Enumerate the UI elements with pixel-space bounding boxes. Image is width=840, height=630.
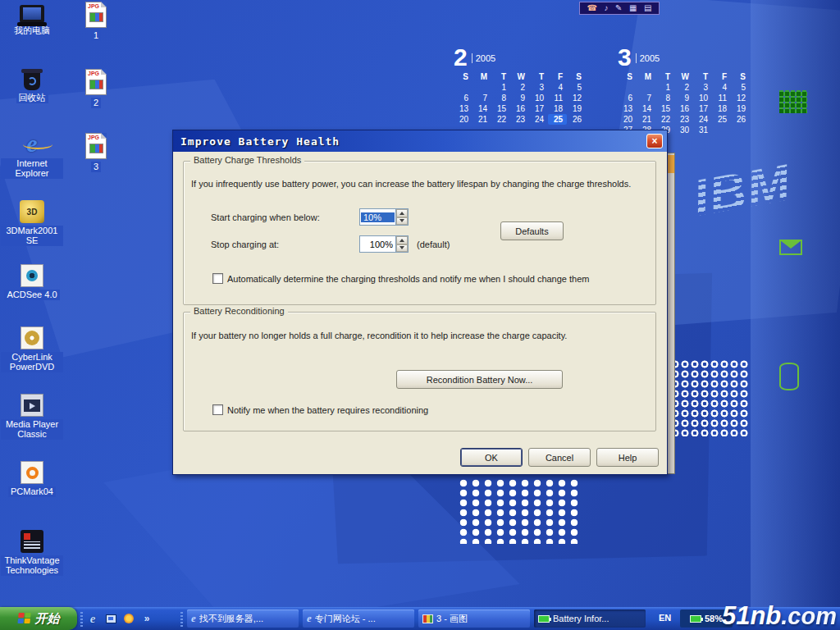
desktop-icon-media-player-classic[interactable]: Media Player Classic: [0, 394, 64, 440]
jpg-file-icon: JPG: [85, 133, 107, 159]
desktop-icon-internet-explorer[interactable]: e Internet Explorer: [0, 131, 64, 179]
desktop-icon-jpg-2[interactable]: JPG 2: [64, 69, 128, 108]
acdsee-icon: [21, 264, 43, 287]
calendar-date: 2: [674, 82, 693, 93]
calendar-date: 12: [567, 93, 586, 103]
language-indicator[interactable]: EN: [659, 613, 671, 623]
51nb-watermark: 51nb.com: [722, 601, 837, 630]
desktop-icon-label: CyberLink PowerDVD: [1, 352, 63, 372]
taskbar-task-server-not-found[interactable]: e 找不到服务器,...: [187, 609, 299, 628]
desktop-icon: [106, 614, 116, 623]
calendar-date: 6: [454, 93, 472, 103]
taskbar: 开始 e » e 找不到服务器,... e 专门网论坛 - ... 3 - 画图…: [0, 607, 840, 630]
calendar-grid: SMTWTFS123456789101112131415161718192021…: [618, 71, 750, 135]
desktop-icon-jpg-3[interactable]: JPG 3: [64, 133, 128, 172]
calendar-day-header: S: [454, 71, 472, 82]
calendar-day-header: S: [567, 71, 586, 82]
auto-determine-checkbox[interactable]: [212, 273, 223, 284]
pcmark04-icon: [21, 461, 43, 484]
calendar-date: 21: [637, 114, 655, 125]
calendar-date: 7: [637, 93, 655, 103]
calendar-date: 3: [529, 82, 548, 93]
cancel-button[interactable]: Cancel: [528, 448, 591, 467]
spin-down-icon[interactable]: [396, 244, 408, 253]
calendar-day-header: T: [529, 71, 548, 82]
calendar-date: 16: [674, 103, 693, 114]
calendar-date: 19: [731, 103, 750, 114]
speaker-icon[interactable]: ♪: [605, 4, 609, 12]
desktop-icon-jpg-1[interactable]: JPG 1: [64, 2, 128, 41]
desktop-icon-3dmark2001[interactable]: 3D 3DMark2001 SE: [0, 200, 64, 246]
calendar-day-header: M: [637, 71, 655, 82]
desktop-icon-label: 回收站: [16, 93, 48, 103]
taskbar-task-paint[interactable]: 3 - 画图: [418, 609, 530, 628]
ok-button[interactable]: OK: [460, 448, 523, 467]
ie-icon: e: [307, 612, 312, 625]
calendar-date: 15: [491, 103, 510, 114]
defaults-button[interactable]: Defaults: [500, 221, 564, 240]
desktop-icon-label: 3DMark2001 SE: [1, 226, 63, 246]
calendar-year: 2005: [636, 53, 660, 63]
taskbar-task-forum[interactable]: e 专门网论坛 - ...: [303, 609, 414, 628]
improve-battery-health-dialog: Improve Battery Health × Battery Charge …: [172, 130, 668, 475]
calendar-date: [731, 125, 750, 135]
calendar-date: 2: [510, 82, 529, 93]
calendar-date: 5: [567, 82, 586, 93]
desktop-icon-thinkvantage[interactable]: ThinkVantage Technologies: [0, 530, 64, 576]
start-button[interactable]: 开始: [0, 607, 77, 630]
notes-icon[interactable]: ▤: [644, 4, 651, 12]
jpg-file-icon: JPG: [85, 2, 107, 28]
calendar-grid-icon[interactable]: ▦: [629, 4, 637, 12]
desktop-icon-powerdvd[interactable]: CyberLink PowerDVD: [0, 326, 64, 372]
green-grid-decoration: [779, 90, 807, 113]
calendar-date: 17: [529, 103, 548, 114]
desktop-mini-toolbar: ☎ ♪ ✎ ▦ ▤: [579, 2, 660, 15]
spin-up-icon[interactable]: [396, 209, 408, 217]
start-threshold-spinner[interactable]: 10%: [359, 208, 409, 226]
phone-icon[interactable]: ☎: [587, 4, 597, 12]
windows-logo-icon: [17, 613, 32, 625]
calendar-date: 11: [712, 93, 731, 103]
quick-launch-overflow-chevron[interactable]: »: [139, 611, 154, 626]
calendar-day-header: S: [731, 71, 750, 82]
notify-reconditioning-checkbox[interactable]: [212, 404, 223, 415]
desktop-icon-pcmark04[interactable]: PCMark04: [0, 461, 64, 497]
close-icon[interactable]: ×: [646, 134, 663, 148]
recondition-battery-button[interactable]: Recondition Battery Now...: [396, 370, 563, 389]
calendar-date: 23: [510, 114, 529, 125]
calendar-date: 20: [618, 114, 637, 125]
spinner-arrows[interactable]: [395, 236, 408, 252]
quick-launch-media-icon[interactable]: [121, 611, 136, 626]
calendar-date: [472, 82, 491, 93]
quick-launch-show-desktop-icon[interactable]: [103, 611, 118, 626]
start-threshold-value: 10%: [361, 212, 395, 222]
desktop-icon-recycle-bin[interactable]: 回收站: [0, 69, 64, 103]
spin-up-icon[interactable]: [396, 236, 408, 244]
calendar-date: 18: [712, 103, 731, 114]
my-computer-icon: [20, 5, 44, 23]
internet-explorer-icon: e: [26, 131, 37, 156]
desktop-icon-my-computer[interactable]: 我的电脑: [0, 5, 64, 36]
cylinder-icon: [779, 363, 799, 390]
calendar-date: 26: [731, 114, 750, 125]
spin-down-icon[interactable]: [396, 217, 408, 226]
calendar-date: 26: [567, 114, 586, 125]
dialog-titlebar[interactable]: Improve Battery Health: [173, 130, 667, 152]
desktop-icon-acdsee[interactable]: ACDSee 4.0: [0, 264, 64, 300]
taskbar-separator: [80, 610, 83, 627]
calendar-day-header: T: [655, 71, 674, 82]
calendar-date: 25: [712, 114, 731, 125]
ie-icon: e: [191, 612, 196, 625]
calendar-date: 16: [510, 103, 529, 114]
taskbar-task-battery-information[interactable]: Battery Infor...: [534, 609, 646, 628]
calendar-date: 1: [491, 82, 510, 93]
quick-launch-ie-icon[interactable]: e: [85, 611, 100, 626]
help-button[interactable]: Help: [596, 448, 659, 467]
stop-threshold-spinner[interactable]: 100%: [359, 235, 409, 253]
pen-icon[interactable]: ✎: [615, 4, 622, 12]
calendar-grid: SMTWTFS123456789101112131415161718192021…: [454, 71, 586, 125]
spinner-arrows[interactable]: [395, 209, 408, 225]
calendar-date: 22: [491, 114, 510, 125]
calendar-date: 17: [693, 103, 712, 114]
watermark-bold-text: 51nb: [722, 601, 781, 630]
